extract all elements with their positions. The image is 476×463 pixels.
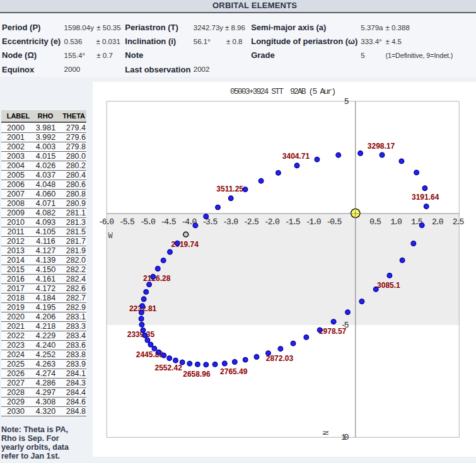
svg-text:-0.5: -0.5 — [327, 217, 342, 227]
svg-text:2.5: 2.5 — [453, 217, 465, 227]
svg-text:-1.0: -1.0 — [306, 217, 322, 227]
svg-text:N: N — [322, 431, 331, 435]
svg-text:-4.5: -4.5 — [161, 217, 177, 227]
svg-text:2978.57: 2978.57 — [319, 327, 347, 336]
svg-text:2552.42: 2552.42 — [155, 363, 183, 372]
svg-text:3085.1: 3085.1 — [377, 281, 400, 290]
svg-text:-3.0: -3.0 — [223, 217, 238, 227]
svg-text:5: 5 — [344, 97, 349, 106]
svg-text:2765.49: 2765.49 — [220, 367, 248, 376]
svg-text:-6.0: -6.0 — [98, 217, 114, 227]
svg-text:-1.5: -1.5 — [285, 217, 301, 227]
svg-text:-2.0: -2.0 — [264, 217, 280, 227]
svg-text:3191.64: 3191.64 — [412, 193, 439, 202]
svg-text:2.0: 2.0 — [432, 217, 444, 227]
svg-text:-5.5: -5.5 — [119, 217, 135, 227]
svg-text:3404.71: 3404.71 — [282, 152, 310, 161]
svg-text:05003+3924 STT 92AB (5 Aur): 05003+3924 STT 92AB (5 Aur) — [230, 87, 336, 96]
svg-text:-2.5: -2.5 — [243, 217, 259, 227]
svg-text:2872.03: 2872.03 — [266, 354, 294, 363]
svg-text:1.0: 1.0 — [390, 217, 402, 227]
svg-text:W: W — [108, 232, 113, 241]
svg-text:0.5: 0.5 — [369, 217, 381, 227]
svg-text:2126.28: 2126.28 — [143, 274, 171, 283]
svg-text:3511.25: 3511.25 — [216, 185, 243, 193]
svg-text:10: 10 — [341, 433, 349, 442]
svg-text:2658.96: 2658.96 — [183, 370, 211, 379]
svg-text:3298.17: 3298.17 — [368, 142, 395, 151]
svg-text:-5.0: -5.0 — [140, 217, 156, 227]
